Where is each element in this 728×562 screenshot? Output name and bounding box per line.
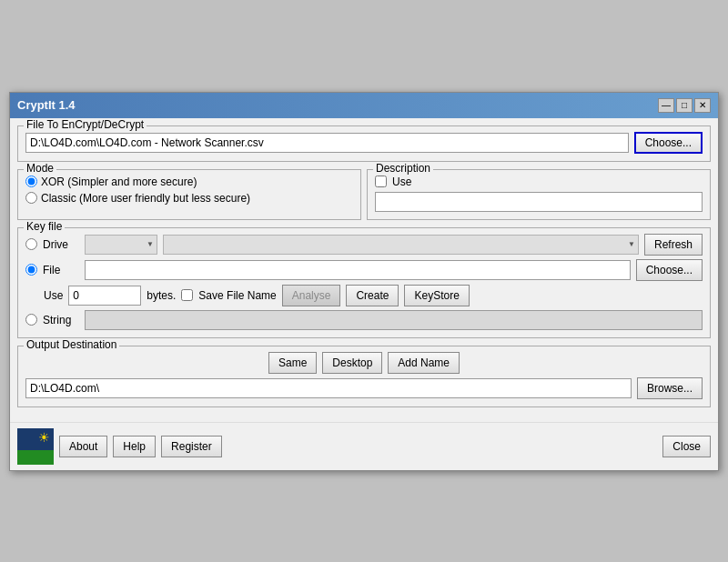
file-key-label[interactable]: File (43, 264, 79, 276)
keystore-button[interactable]: KeyStore (404, 285, 469, 306)
description-use-checkbox[interactable] (375, 176, 387, 187)
drive-path-select[interactable] (163, 235, 639, 255)
string-label[interactable]: String (43, 314, 79, 326)
use-label: Use (44, 289, 63, 302)
file-input[interactable] (25, 133, 629, 153)
file-key-choose-button[interactable]: Choose... (636, 259, 703, 281)
file-radio[interactable] (25, 264, 37, 276)
classic-radio-row: Classic (More user friendly but less sec… (25, 192, 353, 205)
description-input-row (375, 192, 703, 212)
classic-label[interactable]: Classic (More user friendly but less sec… (41, 192, 250, 205)
save-file-name-checkbox[interactable] (181, 289, 193, 301)
logo-image (17, 428, 54, 465)
description-use-row: Use (375, 176, 703, 188)
create-button[interactable]: Create (346, 285, 399, 306)
drive-label[interactable]: Drive (43, 238, 79, 251)
xor-radio-row: XOR (Simpler and more secure) (25, 176, 353, 188)
file-key-input[interactable] (85, 260, 631, 280)
footer-buttons: About Help Register (59, 436, 657, 457)
key-file-label: Key file (24, 220, 65, 233)
add-name-button[interactable]: Add Name (388, 352, 460, 374)
string-row: String (25, 310, 703, 330)
analyse-button[interactable]: Analyse (282, 285, 341, 306)
drive-path-select-wrapper (163, 235, 639, 255)
use-bytes-row: Use bytes. Save File Name Analyse Create… (44, 285, 703, 306)
file-group-label: File To EnCrypt/DeCrypt (24, 118, 147, 131)
footer-right: Close (662, 436, 711, 457)
output-group: Output Destination Same Desktop Add Name… (17, 346, 711, 407)
bytes-input[interactable] (68, 286, 141, 306)
drive-select[interactable] (85, 235, 157, 255)
description-group-label: Description (373, 162, 433, 175)
output-path-row: Browse... (25, 377, 703, 399)
window-controls: — □ ✕ (658, 98, 711, 113)
description-input[interactable] (375, 192, 703, 212)
mode-group-label: Mode (24, 162, 56, 175)
window-title: CryptIt 1.4 (17, 98, 76, 112)
file-choose-button[interactable]: Choose... (634, 132, 703, 154)
close-button[interactable]: ✕ (694, 98, 711, 113)
key-file-group: Key file Drive Refresh File Choose... (17, 227, 711, 338)
drive-radio[interactable] (25, 238, 37, 250)
save-file-name-label[interactable]: Save File Name (198, 289, 276, 302)
string-radio[interactable] (25, 314, 37, 326)
footer: About Help Register Close (10, 422, 718, 470)
xor-label[interactable]: XOR (Simpler and more secure) (41, 176, 197, 188)
output-label: Output Destination (24, 338, 119, 351)
description-group: Description Use (367, 169, 711, 220)
file-row: Choose... (25, 132, 703, 154)
description-use-label[interactable]: Use (392, 176, 411, 188)
xor-radio[interactable] (25, 176, 37, 187)
help-button[interactable]: Help (113, 436, 156, 457)
refresh-button[interactable]: Refresh (644, 234, 703, 256)
minimize-button[interactable]: — (658, 98, 674, 113)
desktop-button[interactable]: Desktop (322, 352, 382, 374)
drive-select-wrapper (85, 235, 157, 255)
main-window: CryptIt 1.4 — □ ✕ File To EnCrypt/DeCryp… (9, 92, 719, 471)
titlebar: CryptIt 1.4 — □ ✕ (10, 93, 718, 118)
main-content: File To EnCrypt/DeCrypt Choose... Mode X… (10, 118, 718, 422)
close-app-button[interactable]: Close (662, 436, 711, 457)
about-button[interactable]: About (59, 436, 107, 457)
browse-button[interactable]: Browse... (637, 377, 703, 399)
output-buttons-row: Same Desktop Add Name (25, 352, 703, 374)
string-input[interactable] (85, 310, 703, 330)
file-group: File To EnCrypt/DeCrypt Choose... (17, 125, 711, 162)
mode-group: Mode XOR (Simpler and more secure) Class… (17, 169, 361, 220)
file-key-row: File Choose... (25, 259, 703, 281)
bytes-label: bytes. (147, 289, 176, 302)
classic-radio[interactable] (25, 192, 37, 204)
maximize-button[interactable]: □ (676, 98, 693, 113)
output-path-input[interactable] (25, 378, 632, 398)
drive-row: Drive Refresh (25, 234, 703, 256)
same-button[interactable]: Same (268, 352, 317, 374)
register-button[interactable]: Register (161, 436, 222, 457)
